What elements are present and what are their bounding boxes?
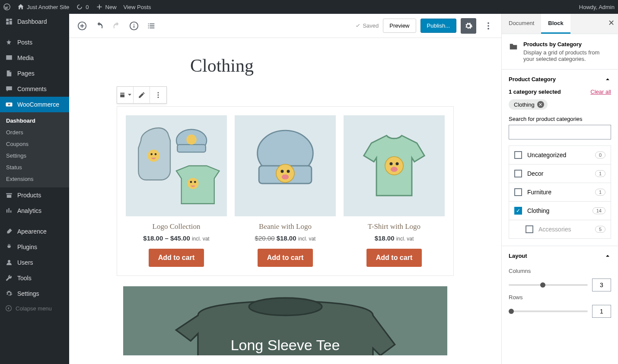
checkbox[interactable] (514, 207, 522, 215)
outline-button[interactable] (143, 18, 159, 34)
sidebar-item-settings[interactable]: Settings (0, 286, 69, 301)
publish-button[interactable]: Publish... (420, 19, 456, 33)
more-button[interactable] (481, 18, 496, 34)
inspector-sidebar: Document Block ✕ Products by CategoryDis… (501, 14, 618, 364)
sidebar-item-comments[interactable]: Comments (0, 81, 69, 97)
admin-sidebar: DashboardPostsMediaPagesCommentsWWooComm… (0, 14, 69, 364)
product-image (126, 115, 227, 216)
svg-point-13 (158, 97, 159, 98)
block-more-button[interactable] (150, 87, 166, 103)
category-row[interactable]: Uncategorized0 (509, 146, 611, 165)
count-badge: 14 (593, 207, 605, 214)
panel-product-category[interactable]: Product Category (502, 70, 618, 89)
svg-rect-19 (177, 145, 206, 152)
redo-button[interactable] (109, 18, 124, 34)
columns-slider[interactable] (509, 284, 588, 286)
rows-slider[interactable] (509, 310, 588, 312)
selected-count: 1 category selected (509, 89, 561, 95)
editor-topbar: Saved Preview Publish... (69, 14, 501, 38)
new-link[interactable]: New (96, 3, 117, 10)
product-image (235, 115, 336, 216)
svg-point-32 (385, 157, 403, 175)
block-description: Products by CategoryDisplay a grid of pr… (502, 34, 618, 69)
category-row[interactable]: Accessories5 (509, 220, 611, 238)
rows-label: Rows (509, 294, 611, 301)
product-price: $20.00 $18.00 incl. vat (235, 234, 336, 242)
chevron-up-icon (604, 76, 611, 82)
tab-document[interactable]: Document (502, 14, 541, 34)
settings-button[interactable] (461, 18, 476, 34)
sidebar-subitem-settings[interactable]: Settings (0, 150, 69, 161)
category-search-input[interactable] (509, 125, 611, 139)
columns-input[interactable] (592, 279, 611, 291)
checkbox[interactable] (514, 188, 522, 196)
sidebar-item-products[interactable]: Products (0, 187, 69, 203)
sidebar-item-tools[interactable]: Tools (0, 270, 69, 286)
panel-layout[interactable]: Layout (502, 246, 618, 265)
category-row[interactable]: Clothing14 (509, 202, 611, 220)
product-card: Beanie with Logo$20.00 $18.00 incl. vatA… (235, 115, 336, 267)
rows-input[interactable] (592, 305, 611, 318)
close-inspector-button[interactable]: ✕ (608, 18, 615, 28)
svg-point-23 (194, 181, 196, 183)
svg-point-8 (487, 22, 489, 24)
sidebar-item-users[interactable]: Users (0, 255, 69, 270)
sidebar-subitem-extensions[interactable]: Extensions (0, 173, 69, 185)
clear-all-link[interactable]: Clear all (590, 89, 611, 95)
svg-text:W: W (8, 103, 10, 106)
sidebar-item-plugins[interactable]: Plugins (0, 239, 69, 255)
chevron-up-icon (604, 252, 611, 259)
products-block[interactable]: Logo Collection$18.00 – $45.00 incl. vat… (117, 106, 454, 276)
add-to-cart-button[interactable]: Add to cart (258, 249, 313, 267)
checkbox[interactable] (526, 225, 533, 233)
page-title[interactable]: Clothing (190, 55, 501, 76)
svg-point-30 (282, 174, 289, 180)
product-name: Logo Collection (126, 222, 227, 231)
updates-link[interactable]: 0 (76, 3, 89, 10)
preview-button[interactable]: Preview (383, 19, 416, 33)
svg-point-20 (186, 134, 196, 144)
category-list: Uncategorized0Decor1Furniture1Clothing14… (509, 146, 611, 239)
sidebar-subitem-dashboard[interactable]: Dashboard (0, 115, 69, 127)
view-posts-link[interactable]: View Posts (124, 4, 151, 10)
add-to-cart-button[interactable]: Add to cart (149, 249, 204, 267)
sidebar-subitem-coupons[interactable]: Coupons (0, 138, 69, 150)
tab-block[interactable]: Block (541, 14, 570, 34)
sidebar-subitem-status[interactable]: Status (0, 161, 69, 173)
category-row[interactable]: Decor1 (509, 165, 611, 183)
product-price: $18.00 – $45.00 incl. vat (126, 234, 227, 242)
product-image (344, 115, 445, 216)
sidebar-item-analytics[interactable]: Analytics (0, 203, 69, 218)
howdy[interactable]: Howdy, Admin (579, 4, 615, 10)
sidebar-item-pages[interactable]: Pages (0, 66, 69, 81)
saved-status: Saved (355, 22, 379, 29)
block-type-button[interactable] (117, 87, 134, 103)
checkbox[interactable] (514, 151, 522, 159)
sidebar-item-dashboard[interactable]: Dashboard (0, 14, 69, 29)
featured-product[interactable]: Long Sleeve Tee (123, 286, 447, 355)
sidebar-subitem-orders[interactable]: Orders (0, 127, 69, 138)
add-to-cart-button[interactable]: Add to cart (366, 249, 422, 267)
wp-logo-icon[interactable] (3, 3, 10, 10)
collapse-menu-button[interactable]: Colapse menu (0, 301, 69, 315)
sidebar-item-posts[interactable]: Posts (0, 35, 69, 50)
sidebar-item-apearence[interactable]: Apearence (0, 224, 69, 239)
sidebar-item-woocommerce[interactable]: WWooCommerce (0, 97, 69, 112)
svg-point-7 (134, 24, 134, 25)
svg-point-29 (287, 170, 290, 173)
sidebar-item-media[interactable]: Media (0, 50, 69, 66)
add-block-button[interactable] (74, 18, 90, 34)
remove-chip-button[interactable]: ✕ (537, 101, 544, 108)
svg-point-22 (190, 181, 192, 183)
category-row[interactable]: Furniture1 (509, 183, 611, 202)
svg-point-33 (389, 162, 392, 165)
svg-point-27 (276, 164, 294, 182)
search-label: Search for product categories (509, 116, 611, 122)
site-link[interactable]: Just Another Site (17, 3, 69, 10)
checkbox[interactable] (514, 170, 522, 177)
edit-button[interactable] (134, 87, 150, 103)
info-button[interactable] (126, 18, 142, 34)
count-badge: 5 (595, 226, 605, 233)
product-price: $18.00 incl. vat (344, 234, 445, 242)
undo-button[interactable] (92, 18, 107, 34)
